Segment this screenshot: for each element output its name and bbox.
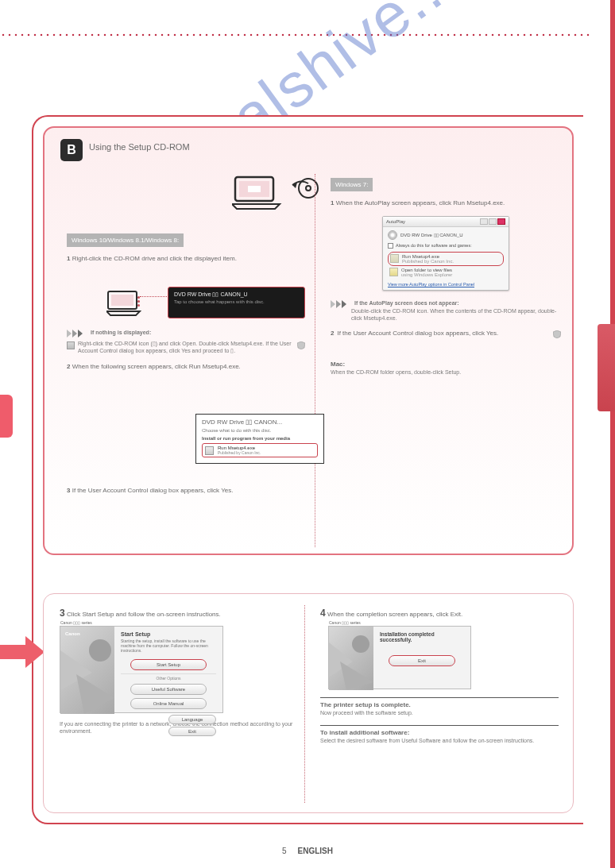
svg-point-5 [306,186,311,191]
svg-marker-22 [340,662,373,690]
mac-text: When the CD-ROM folder opens, double-cli… [331,369,561,376]
svg-rect-16 [0,645,25,659]
win7-heading: Windows 7: [331,178,373,191]
autoplay-more-link[interactable]: View more AutoPlay options in Control Pa… [388,282,504,287]
dotted-top-border [0,33,591,37]
section-c: 3 Click Start Setup and follow the on-sc… [43,593,574,813]
page-footer: 5 ENGLISH [0,847,615,855]
mini-sub: Choose what to do with this disc. [202,428,318,433]
wizard2-heading: Installation completed successfully. [380,631,464,642]
win7-step2-text: If the User Account Control dialog box a… [337,330,550,338]
autoplay-run-option[interactable]: Run Msetup4.exe Published by Canon Inc. [388,252,504,266]
wizard-desc: Starting the setup, install the software… [121,638,216,653]
svg-marker-12 [336,300,341,308]
svg-rect-7 [111,295,133,306]
right-edge-tab [598,324,615,411]
installer-icon [390,254,399,263]
page-number: 5 [282,847,287,855]
section-b-divider [315,174,315,547]
autoplay-checkbox-label: Always do this for software and games: [396,243,472,248]
chevron-icon [331,300,348,308]
wizard-titlebar: Canon ▯▯▯ series [60,620,92,625]
language-button[interactable]: Language [168,715,216,724]
online-manual-button[interactable]: Online Manual [130,698,207,709]
shield-icon [553,330,561,338]
section-b-badge: B [60,139,83,161]
inst-body: Select the desired software from Useful … [320,738,559,745]
win7-note-lead: If the AutoPlay screen does not appear: [354,300,459,307]
autoplay-open-label: Open folder to view files [401,268,452,272]
toast-connector [140,296,170,297]
win10-mini-dialog: DVD RW Drive ▯▯ CANON... Choose what to … [195,414,324,464]
disc-icon [388,230,397,240]
svg-marker-11 [331,300,335,308]
step3-text: Click Start Setup and follow the on-scre… [67,611,221,618]
right-gutter [610,0,615,868]
useful-software-button[interactable]: Useful Software [130,684,207,695]
installer-icon [205,446,214,455]
section-b-title: Using the Setup CD-ROM [89,142,190,152]
svg-point-23 [352,635,369,653]
mini-run-row[interactable]: Run Msetup4.exe Published by Canon Inc. [202,443,318,457]
wizard-exit-button[interactable]: Exit [389,655,455,666]
svg-marker-17 [25,636,44,668]
autoplay-open-sub: using Windows Explorer [401,272,452,277]
win10-step1-num: 1 [67,255,70,262]
toast-sub: Tap to choose what happens with this dis… [174,299,299,304]
done-head: The printer setup is complete. [320,701,559,710]
autoplay-open-option[interactable]: Open folder to view files using Windows … [388,266,504,279]
left-arrow-icon [0,636,44,668]
chevron-icon [67,330,84,338]
win7-note-text: Double-click the CD-ROM icon. When the c… [351,308,561,322]
autoplay-drive: DVD RW Drive ▯▯ CANON_U [400,232,463,237]
win10-heading: Windows 10/Windows 8.1/Windows 8: [67,233,184,247]
svg-marker-10 [78,330,83,338]
section-b: B Using the Setup CD-ROM Windows 10/Wind… [43,126,574,555]
toast-title: DVD RW Drive ▯▯ CANON_U [174,291,299,298]
checkbox-icon[interactable] [388,243,393,249]
win10-step2-text: When the following screen appears, click… [72,363,241,370]
shield-icon [297,341,305,349]
laptop-cd-illustration [232,174,319,210]
wizard2-titlebar: Canon ▯▯▯ series [329,620,361,625]
inst-head: To install additional software: [320,729,559,738]
mini-run-pub: Published by Canon Inc. [218,450,261,455]
svg-point-20 [89,639,111,662]
win10-step1-text: Right-click the CD-ROM drive and click t… [72,255,237,262]
win7-step1-num: 1 [331,199,334,206]
wizard-done: Canon ▯▯▯ series Installation completed … [328,626,471,689]
left-edge-tab [0,395,13,438]
svg-marker-9 [72,330,77,338]
mini-title: DVD RW Drive ▯▯ CANON... [202,419,318,426]
wizard-heading: Start Setup [121,631,216,637]
step3-num: 3 [60,608,65,619]
mac-lead: Mac: [331,361,345,368]
win10-toast: DVD RW Drive ▯▯ CANON_U Tap to choose wh… [168,287,305,318]
win10-note-text: Right-click the CD-ROM icon (▯) and clic… [78,341,294,355]
done-sub: Now proceed with the software setup. [320,710,559,717]
win10-step3-num: 3 [67,487,70,494]
step4-num: 4 [320,608,326,619]
svg-marker-8 [67,330,72,338]
window-buttons[interactable] [480,218,505,225]
toast-laptop-icon [106,290,141,317]
folder-icon [389,268,398,276]
section-c-divider [304,605,305,803]
divider [320,725,559,726]
folder-icon [67,341,75,349]
wizard-sep: Other Options [121,673,216,681]
win10-step3-text: If the User Account Control dialog box a… [72,487,234,494]
divider [320,697,559,698]
page-lang: ENGLISH [298,847,333,855]
wizard-start: Canon ▯▯▯ series Canon Start Setup Start… [60,626,223,713]
start-setup-button[interactable]: Start Setup [130,659,207,670]
autoplay-dialog: AutoPlay DVD RW Drive ▯▯ CANON_U Always … [382,216,509,291]
autoplay-run-pub: Published by Canon Inc. [402,259,454,264]
autoplay-titlebar: AutoPlay [386,219,405,224]
win7-step2-num: 2 [331,330,334,338]
svg-marker-13 [342,300,346,308]
svg-marker-19 [76,674,114,714]
step4-text: When the completion screen appears, clic… [327,611,462,618]
exit-button[interactable]: Exit [168,727,216,736]
mini-header: Install or run program from your media [202,436,318,441]
